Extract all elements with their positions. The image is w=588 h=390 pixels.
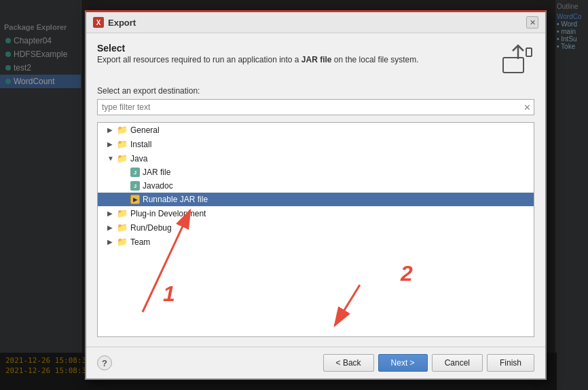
next-button[interactable]: Next > bbox=[378, 354, 428, 372]
cancel-button[interactable]: Cancel bbox=[432, 354, 483, 372]
runnable-jar-icon-runnable-jar-file: ▶ bbox=[130, 195, 140, 204]
tree-arrow-general: ▶ bbox=[107, 126, 114, 134]
dialog-close-button[interactable]: ✕ bbox=[526, 16, 538, 28]
export-icon bbox=[502, 43, 534, 75]
folder-icon-plugin-dev: 📁 bbox=[117, 208, 128, 218]
tree-item-team[interactable]: ▶📁Team bbox=[98, 235, 534, 249]
folder-icon-general: 📁 bbox=[117, 125, 128, 135]
export-dialog: X Export ✕ Select Export all resources r… bbox=[85, 10, 547, 380]
tree-label-java: Java bbox=[130, 154, 147, 163]
folder-icon-run-debug: 📁 bbox=[117, 222, 128, 233]
svg-rect-0 bbox=[503, 58, 523, 73]
jar-icon-javadoc: J bbox=[130, 181, 140, 191]
folder-icon-java: 📁 bbox=[117, 153, 128, 163]
footer-buttons: < Back Next > Cancel Finish bbox=[323, 354, 534, 372]
description: Export all resources required to run an … bbox=[97, 54, 419, 66]
tree-item-runnable-jar-file[interactable]: ▶Runnable JAR file bbox=[98, 193, 534, 206]
tree-label-runnable-jar-file: Runnable JAR file bbox=[143, 195, 208, 204]
folder-icon-install: 📁 bbox=[117, 139, 128, 149]
dialog-title-text: Export bbox=[108, 18, 136, 28]
tree-item-java[interactable]: ▼📁Java bbox=[98, 151, 534, 165]
tree-label-run-debug: Run/Debug bbox=[130, 223, 172, 233]
tree-label-javadoc: Javadoc bbox=[143, 181, 173, 191]
finish-button[interactable]: Finish bbox=[487, 354, 534, 372]
tree-arrow-java: ▼ bbox=[107, 155, 114, 162]
tree-item-javadoc[interactable]: JJavadoc bbox=[98, 179, 534, 193]
dialog-title-icon: X bbox=[93, 17, 104, 28]
tree-container[interactable]: ▶📁General▶📁Install▼📁JavaJJAR fileJJavado… bbox=[97, 122, 534, 337]
back-button[interactable]: < Back bbox=[323, 354, 374, 372]
filter-section: Select an export destination: ✕ bbox=[97, 86, 534, 115]
tree-item-install[interactable]: ▶📁Install bbox=[98, 137, 534, 151]
tree-item-run-debug[interactable]: ▶📁Run/Debug bbox=[98, 220, 534, 235]
dialog-content: Select Export all resources required to … bbox=[86, 33, 545, 347]
dialog-title-left: X Export bbox=[93, 17, 136, 28]
tree-item-jar-file[interactable]: JJAR file bbox=[98, 165, 534, 179]
tree-label-team: Team bbox=[130, 237, 150, 247]
filter-label: Select an export destination: bbox=[97, 86, 534, 96]
tree-label-jar-file: JAR file bbox=[143, 168, 170, 177]
tree-item-general[interactable]: ▶📁General bbox=[98, 123, 534, 137]
tree-arrow-install: ▶ bbox=[107, 140, 114, 148]
tree-arrow-team: ▶ bbox=[107, 238, 114, 246]
help-button[interactable]: ? bbox=[97, 355, 112, 370]
tree-label-install: Install bbox=[130, 140, 151, 149]
folder-icon-team: 📁 bbox=[117, 237, 128, 247]
dialog-footer: ? < Back Next > Cancel Finish bbox=[86, 347, 545, 378]
filter-input[interactable] bbox=[97, 99, 534, 115]
footer-left: ? bbox=[97, 355, 112, 370]
tree-item-plugin-dev[interactable]: ▶📁Plug-in Development bbox=[98, 206, 534, 220]
jar-icon-jar-file: J bbox=[130, 168, 140, 177]
filter-input-wrap: ✕ bbox=[97, 99, 534, 115]
filter-clear-button[interactable]: ✕ bbox=[521, 102, 533, 113]
tree-arrow-plugin-dev: ▶ bbox=[107, 210, 114, 217]
tree-label-plugin-dev: Plug-in Development bbox=[130, 209, 206, 218]
tree-arrow-run-debug: ▶ bbox=[107, 224, 114, 231]
dialog-titlebar: X Export ✕ bbox=[86, 12, 545, 33]
tree-label-general: General bbox=[130, 125, 160, 135]
section-header: Select bbox=[97, 43, 419, 54]
